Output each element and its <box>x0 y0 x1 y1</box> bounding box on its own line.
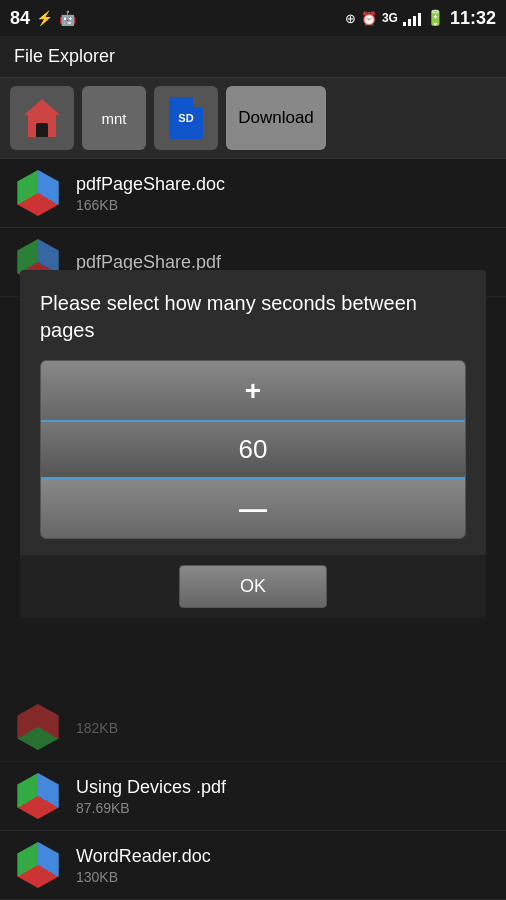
file-info: pdfPageShare.doc 166KB <box>76 174 492 213</box>
file-size: 87.69KB <box>76 800 492 816</box>
decrement-button[interactable]: — <box>41 478 465 538</box>
file-icon <box>14 772 62 820</box>
file-size: 130KB <box>76 869 492 885</box>
file-info: 182KB <box>76 718 492 736</box>
app-title: File Explorer <box>14 46 115 66</box>
network-label: 3G <box>382 11 398 25</box>
list-item[interactable]: pdfPageShare.doc 166KB <box>0 159 506 228</box>
battery-icon: 🔋 <box>426 9 445 27</box>
mnt-button[interactable]: mnt <box>82 86 146 150</box>
download-label: Download <box>238 108 314 128</box>
file-info: Using Devices .pdf 87.69KB <box>76 777 492 816</box>
file-info: WordReader.doc 130KB <box>76 846 492 885</box>
gps-icon: ⊕ <box>345 11 356 26</box>
home-button[interactable] <box>10 86 74 150</box>
stepper: + 60 — <box>40 360 466 539</box>
download-button[interactable]: Download <box>226 86 326 150</box>
increment-button[interactable]: + <box>41 361 465 421</box>
dialog-content: Please select how many seconds between p… <box>20 270 486 555</box>
plus-icon: + <box>245 375 261 407</box>
file-icon <box>14 169 62 217</box>
file-icon <box>14 841 62 889</box>
file-list-bottom: 182KB Using Devices .pdf 87.69KB WordRea… <box>0 693 506 900</box>
file-size: 182KB <box>76 720 492 736</box>
ok-button[interactable]: OK <box>179 565 327 608</box>
list-item[interactable]: WordReader.doc 130KB <box>0 831 506 900</box>
dialog-footer: OK <box>20 555 486 618</box>
signal-icon <box>403 10 421 26</box>
minus-icon: — <box>239 493 267 525</box>
list-item[interactable]: 182KB <box>0 693 506 762</box>
dialog: Please select how many seconds between p… <box>20 270 486 618</box>
file-name: Using Devices .pdf <box>76 777 492 798</box>
dialog-message: Please select how many seconds between p… <box>40 290 466 344</box>
home-icon <box>24 99 60 137</box>
time-display: 11:32 <box>450 8 496 29</box>
app-title-bar: File Explorer <box>0 36 506 78</box>
mnt-label: mnt <box>101 110 126 127</box>
file-icon <box>14 703 62 751</box>
folder-navigation: mnt SD Download <box>0 78 506 159</box>
battery-percentage: 84 <box>10 8 30 29</box>
stepper-value: 60 <box>41 421 465 478</box>
file-name: WordReader.doc <box>76 846 492 867</box>
status-left: 84 ⚡ 🤖 <box>10 8 76 29</box>
sd-icon: SD <box>169 97 203 139</box>
sd-button[interactable]: SD <box>154 86 218 150</box>
status-bar: 84 ⚡ 🤖 ⊕ ⏰ 3G 🔋 11:32 <box>0 0 506 36</box>
alarm-icon: ⏰ <box>361 11 377 26</box>
status-right: ⊕ ⏰ 3G 🔋 11:32 <box>345 8 496 29</box>
usb-icon: ⚡ <box>36 10 53 26</box>
file-size: 166KB <box>76 197 492 213</box>
android-icon: 🤖 <box>59 10 76 26</box>
list-item[interactable]: Using Devices .pdf 87.69KB <box>0 762 506 831</box>
file-name: pdfPageShare.doc <box>76 174 492 195</box>
